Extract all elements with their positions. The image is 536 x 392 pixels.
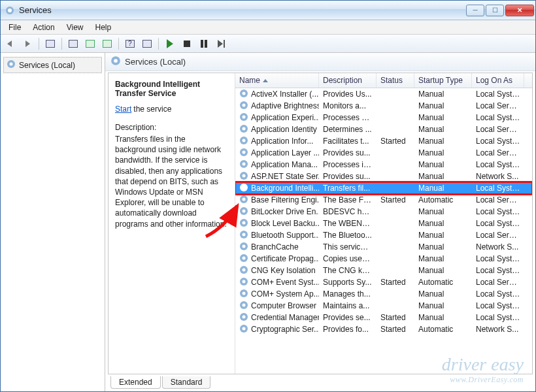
- cell-log-on-as: Local Syste...: [472, 137, 524, 146]
- col-description[interactable]: Description: [319, 73, 377, 88]
- help-button[interactable]: [123, 37, 137, 51]
- services-icon: [7, 59, 16, 71]
- cell-name: Cryptographic Ser...: [235, 324, 319, 335]
- tree-pane: Services (Local): [1, 53, 105, 391]
- cell-log-on-as: Local Syste...: [472, 113, 524, 122]
- properties-button[interactable]: [66, 37, 80, 51]
- cell-startup-type: Manual: [414, 172, 472, 181]
- cell-startup-type: Manual: [414, 254, 472, 263]
- cell-name: ASP.NET State Ser...: [235, 171, 319, 182]
- table-row[interactable]: ActiveX Installer (...Provides Us...Manu…: [235, 88, 532, 100]
- detail-pane: Background Intelligent Transfer Service …: [109, 73, 235, 374]
- table-row[interactable]: Bluetooth Support...The Bluetoo...Manual…: [235, 229, 532, 241]
- services-window: Services ─ ☐ ✕ File Action View Help: [0, 0, 536, 392]
- list-scroll-area[interactable]: ActiveX Installer (...Provides Us...Manu…: [235, 88, 532, 374]
- separator: [61, 38, 62, 50]
- grid-button[interactable]: [140, 37, 154, 51]
- table-row[interactable]: BranchCacheThis service ...ManualNetwork…: [235, 241, 532, 253]
- cell-name: Application Experi...: [235, 112, 319, 123]
- menu-action[interactable]: Action: [27, 22, 59, 33]
- cell-description: Facilitates t...: [319, 137, 377, 146]
- gear-icon: [239, 124, 248, 135]
- col-startup-type[interactable]: Startup Type: [414, 73, 472, 88]
- table-row[interactable]: CNG Key IsolationThe CNG ke...ManualLoca…: [235, 265, 532, 276]
- cell-description: BDESVC hos...: [319, 207, 377, 216]
- description-label: Description:: [115, 123, 228, 132]
- cell-startup-type: Manual: [414, 148, 472, 157]
- toolbar: [1, 35, 535, 53]
- tree-item-services-local[interactable]: Services (Local): [3, 57, 102, 73]
- refresh-button[interactable]: [83, 37, 97, 51]
- table-row[interactable]: BitLocker Drive En...BDESVC hos...Manual…: [235, 206, 532, 218]
- service-name: Adaptive Brightness: [251, 101, 319, 110]
- cell-startup-type: Manual: [414, 242, 472, 252]
- menu-file[interactable]: File: [3, 22, 26, 33]
- cell-log-on-as: Local Syste...: [472, 313, 524, 322]
- minimize-button[interactable]: ─: [466, 5, 484, 16]
- table-row[interactable]: Background Intelli...Transfers fil...Man…: [235, 182, 532, 194]
- table-row[interactable]: Application Experi...Processes a...Manua…: [235, 112, 532, 123]
- view-tabs: Extended Standard: [108, 374, 533, 389]
- menu-view[interactable]: View: [61, 22, 89, 33]
- svg-point-7: [243, 91, 246, 95]
- svg-point-41: [243, 291, 246, 295]
- cell-startup-type: Manual: [414, 219, 472, 228]
- start-service-button[interactable]: [163, 37, 177, 51]
- stop-icon: [184, 41, 190, 47]
- menu-help[interactable]: Help: [90, 22, 117, 33]
- pause-service-button[interactable]: [197, 37, 211, 51]
- maximize-button[interactable]: ☐: [486, 5, 504, 16]
- cell-startup-type: Manual: [414, 113, 472, 122]
- table-row[interactable]: COM+ Event Syst...Supports Sy...StartedA…: [235, 276, 532, 288]
- forward-button[interactable]: [20, 37, 35, 51]
- export-list-button[interactable]: [100, 37, 114, 51]
- tab-extended[interactable]: Extended: [110, 376, 161, 389]
- cell-status: Started: [377, 278, 414, 287]
- table-row[interactable]: Adaptive BrightnessMonitors a...ManualLo…: [235, 100, 532, 112]
- col-log-on-as[interactable]: Log On As: [472, 73, 524, 88]
- svg-point-27: [243, 209, 246, 212]
- table-row[interactable]: Computer BrowserMaintains a...ManualLoca…: [235, 300, 532, 312]
- service-list: Name Description Status Startup Type Log…: [235, 73, 532, 374]
- cell-description: Manages th...: [319, 289, 377, 299]
- content-pane: Services (Local) Background Intelligent …: [105, 53, 535, 391]
- cell-startup-type: Manual: [414, 160, 472, 169]
- stop-service-button[interactable]: [180, 37, 194, 51]
- panel-icon: [46, 40, 55, 48]
- gear-icon: [239, 159, 248, 171]
- start-link[interactable]: Start: [115, 105, 131, 114]
- table-row[interactable]: Credential ManagerProvides se...StartedM…: [235, 312, 532, 323]
- table-row[interactable]: Application Infor...Facilitates t...Star…: [235, 135, 532, 147]
- service-name: Cryptographic Ser...: [251, 325, 319, 334]
- cell-startup-type: Manual: [414, 184, 472, 193]
- cell-description: The CNG ke...: [319, 266, 377, 275]
- table-row[interactable]: COM+ System Ap...Manages th...ManualLoca…: [235, 288, 532, 300]
- show-hide-tree-button[interactable]: [43, 37, 58, 51]
- service-name: BitLocker Drive En...: [251, 207, 319, 216]
- gear-icon: [239, 242, 248, 253]
- restart-service-button[interactable]: [214, 37, 228, 51]
- tab-standard[interactable]: Standard: [162, 376, 211, 389]
- close-button[interactable]: ✕: [505, 5, 534, 16]
- table-row[interactable]: Cryptographic Ser...Provides fo...Starte…: [235, 323, 532, 335]
- cell-startup-type: Manual: [414, 125, 472, 134]
- svg-point-13: [243, 127, 246, 130]
- table-row[interactable]: Base Filtering Engi...The Base Fil...Sta…: [235, 194, 532, 206]
- col-name[interactable]: Name: [235, 73, 319, 88]
- cell-description: Provides su...: [319, 172, 377, 181]
- separator: [39, 38, 39, 50]
- table-row[interactable]: ASP.NET State Ser...Provides su...Manual…: [235, 171, 532, 182]
- table-row[interactable]: Block Level Backu...The WBENG...ManualLo…: [235, 218, 532, 229]
- table-row[interactable]: Certificate Propag...Copies user ...Manu…: [235, 253, 532, 265]
- table-row[interactable]: Application IdentityDetermines ...Manual…: [235, 123, 532, 135]
- table-row[interactable]: Application Layer ...Provides su...Manua…: [235, 147, 532, 159]
- back-button[interactable]: [3, 37, 18, 51]
- table-row[interactable]: Application Mana...Processes in...Manual…: [235, 159, 532, 171]
- cell-description: Processes in...: [319, 160, 377, 169]
- svg-point-33: [243, 244, 246, 248]
- cell-log-on-as: Local Service: [472, 231, 524, 240]
- col-status[interactable]: Status: [377, 73, 414, 88]
- tree-item-label: Services (Local): [19, 61, 75, 70]
- svg-point-47: [243, 327, 246, 330]
- service-name: BranchCache: [251, 242, 299, 252]
